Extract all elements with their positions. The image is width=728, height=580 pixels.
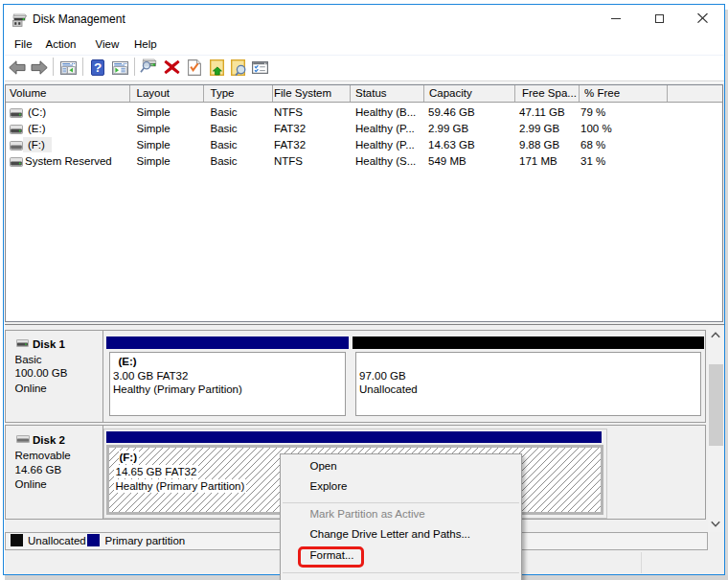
svg-text:?: ? — [93, 60, 101, 75]
